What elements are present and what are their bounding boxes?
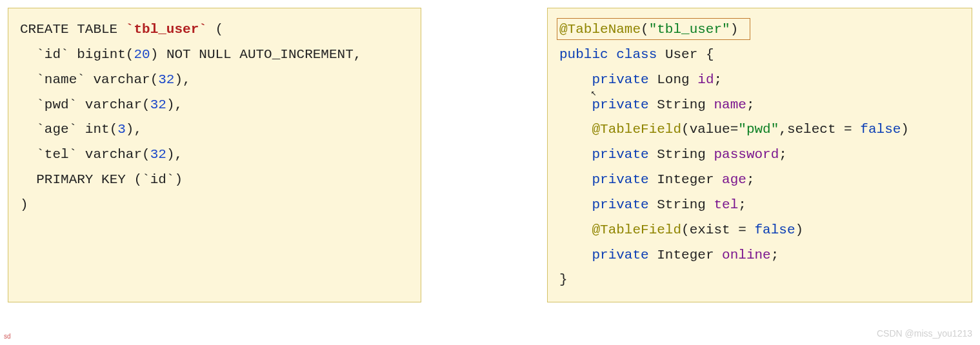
java-code-block: @TableName("tbl_user") public class User… — [547, 8, 972, 302]
java-class-kw: class — [616, 47, 657, 62]
java-semi-2: ; — [746, 97, 755, 112]
java-private-2: private — [592, 97, 648, 112]
java-field-online: online — [722, 248, 771, 262]
java-type-integer-1: Integer — [657, 172, 714, 187]
watermark: CSDN @miss_you1213 — [877, 326, 972, 342]
java-type-string-2: String — [657, 147, 706, 162]
sql-col-name-n: 32 — [158, 72, 174, 87]
java-private-3: private — [592, 147, 648, 162]
java-ann2-open: (value= — [681, 122, 738, 137]
java-ann2-close: ) — [901, 122, 909, 137]
java-field-age: age — [722, 172, 746, 187]
sql-code-block: CREATE TABLE `tbl_user` ( `id` bigint(20… — [8, 8, 421, 302]
java-field-tel: tel — [714, 197, 739, 212]
sql-col-pwd-rest: ), — [166, 97, 183, 112]
sql-col-tel-rest: ), — [166, 147, 183, 162]
java-type-integer-2: Integer — [657, 248, 714, 262]
java-semi-4: ; — [746, 172, 755, 187]
java-field-name: name — [714, 97, 746, 112]
java-semi-5: ; — [738, 197, 746, 212]
java-ann3-false: false — [754, 222, 795, 237]
java-ann1-open: ( — [641, 22, 649, 37]
java-close-brace: } — [559, 272, 568, 287]
java-type-long: Long — [657, 72, 689, 87]
sql-col-id-n: 20 — [134, 47, 150, 62]
java-field-password: password — [714, 147, 779, 162]
sql-primary-key: PRIMARY KEY (`id`) — [36, 172, 183, 187]
sql-table-name: `tbl_user` — [126, 22, 207, 37]
sql-col-tel: `tel` — [36, 147, 77, 162]
java-ann2-str: "pwd" — [738, 122, 779, 137]
java-ann1-close: ) — [730, 22, 739, 37]
java-type-string-1: String — [657, 97, 706, 112]
sql-col-id: `id` — [36, 47, 68, 62]
java-private-6: private — [592, 248, 648, 262]
java-private-4: private — [592, 172, 648, 187]
java-private-1: private — [592, 72, 648, 87]
sql-col-age-n: 3 — [117, 122, 126, 137]
sql-col-pwd-n: 32 — [150, 97, 166, 112]
sql-col-name-rest: ), — [174, 72, 190, 87]
sql-col-tel-type: varchar( — [77, 147, 150, 162]
java-ann-tablefield-1: @TableField — [592, 122, 681, 137]
java-class-name: User — [665, 47, 697, 62]
sql-create-kw: CREATE TABLE — [20, 22, 117, 37]
sql-col-pwd-type: varchar( — [77, 97, 150, 112]
java-semi-1: ; — [714, 72, 723, 87]
sql-col-tel-n: 32 — [150, 147, 166, 162]
java-private-5: private — [592, 197, 648, 212]
java-ann2-false: false — [860, 122, 901, 137]
sql-col-name: `name` — [36, 72, 85, 87]
java-type-string-3: String — [657, 197, 706, 212]
sql-col-age-type: int( — [77, 122, 117, 137]
java-ann-tablefield-2: @TableField — [592, 222, 681, 237]
java-field-id: id — [697, 72, 714, 87]
sql-open-paren: ( — [207, 22, 223, 37]
sql-col-id-type: bigint( — [69, 47, 134, 62]
sql-col-age: `age` — [36, 122, 77, 137]
java-semi-6: ; — [771, 248, 779, 262]
sql-col-name-type: varchar( — [85, 72, 158, 87]
sql-close-paren: ) — [20, 197, 28, 212]
java-ann-tablename: @TableName — [559, 22, 641, 37]
java-semi-3: ; — [779, 147, 787, 162]
java-ann3-open: (exist = — [681, 222, 754, 237]
sql-col-id-rest: ) NOT NULL AUTO_INCREMENT, — [150, 47, 362, 62]
sql-col-pwd: `pwd` — [36, 97, 77, 112]
java-open-brace: { — [697, 47, 714, 62]
sd-text: sd — [4, 331, 11, 343]
java-ann2-mid: ,select = — [779, 122, 860, 137]
java-ann3-close: ) — [795, 222, 804, 237]
sql-col-age-rest: ), — [126, 122, 142, 137]
code-comparison: CREATE TABLE `tbl_user` ( `id` bigint(20… — [8, 8, 972, 302]
java-public-kw: public — [559, 47, 608, 62]
java-ann1-str: "tbl_user" — [649, 22, 730, 37]
